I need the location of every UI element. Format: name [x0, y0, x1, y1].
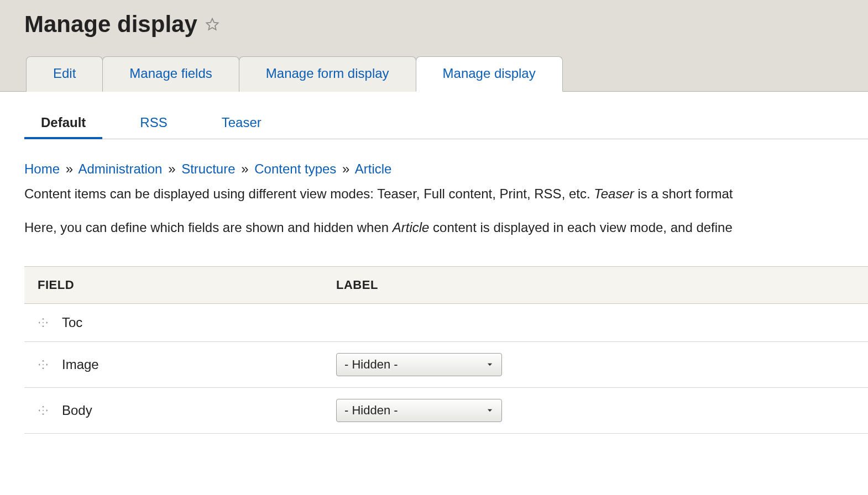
label-select[interactable]: - Hidden - [336, 399, 502, 422]
label-select[interactable]: - Hidden - [336, 353, 502, 376]
subtab-rss[interactable]: RSS [123, 109, 184, 139]
star-icon[interactable] [205, 17, 219, 31]
crumb-administration[interactable]: Administration [78, 161, 162, 176]
table-row: Toc [24, 304, 868, 342]
th-label: LABEL [336, 278, 378, 292]
tab-manage-form-display[interactable]: Manage form display [239, 56, 416, 92]
page-title: Manage display [24, 11, 197, 38]
chevron-down-icon [486, 407, 494, 414]
help-text-2: Here, you can define which fields are sh… [24, 218, 868, 238]
crumb-article[interactable]: Article [355, 161, 392, 176]
field-name: Image [62, 357, 336, 372]
subtab-default[interactable]: Default [24, 109, 102, 139]
help-text-1: Content items can be displayed using dif… [24, 185, 868, 204]
primary-tabs: Edit Manage fields Manage form display M… [24, 56, 868, 91]
svg-marker-0 [206, 19, 218, 30]
drag-handle-icon[interactable] [38, 359, 62, 370]
crumb-structure[interactable]: Structure [181, 161, 235, 176]
breadcrumb: Home » Administration » Structure » Cont… [24, 161, 868, 177]
drag-handle-icon[interactable] [38, 405, 62, 416]
subtab-teaser[interactable]: Teaser [205, 109, 278, 139]
chevron-down-icon [486, 361, 494, 368]
tab-manage-fields[interactable]: Manage fields [102, 56, 239, 92]
drag-handle-icon[interactable] [38, 317, 62, 328]
secondary-tabs: Default RSS Teaser [24, 109, 868, 139]
tab-edit[interactable]: Edit [26, 56, 103, 92]
fields-table: FIELD LABEL Toc Image - Hidden - [24, 266, 868, 434]
table-row: Body - Hidden - [24, 388, 868, 434]
field-name: Body [62, 403, 336, 418]
tab-manage-display[interactable]: Manage display [416, 56, 563, 92]
crumb-content-types[interactable]: Content types [254, 161, 336, 176]
th-field: FIELD [38, 278, 336, 292]
field-name: Toc [62, 315, 336, 330]
crumb-home[interactable]: Home [24, 161, 60, 176]
table-row: Image - Hidden - [24, 342, 868, 388]
